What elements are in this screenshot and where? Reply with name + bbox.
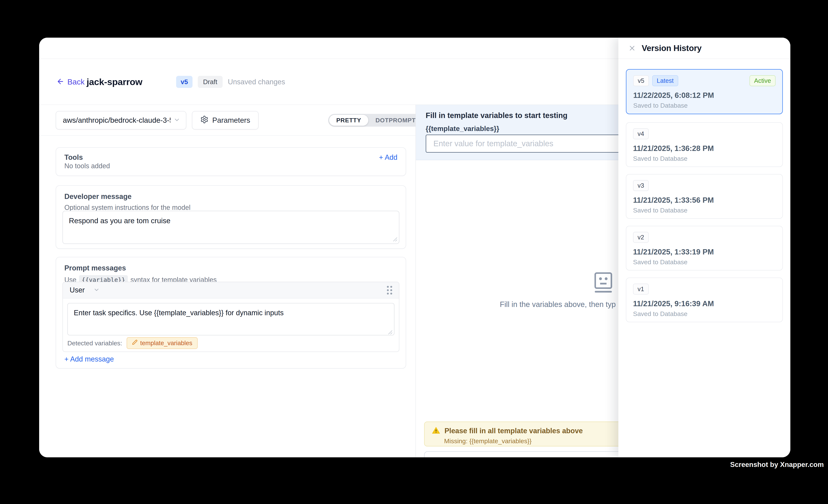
developer-message-title: Developer message [65, 193, 398, 201]
version-status: Saved to Database [633, 102, 776, 109]
version-number-badge: v2 [633, 232, 649, 243]
developer-message-card: Developer message Optional system instru… [56, 185, 406, 249]
editor-toolbar: aws/anthropic/bedrock-claude-3-5-s... Pa… [39, 105, 415, 136]
version-number-badge: v3 [633, 180, 649, 191]
editor-column: aws/anthropic/bedrock-claude-3-5-s... Pa… [39, 105, 415, 457]
tools-empty-text: No tools added [65, 162, 398, 170]
version-badge: v5 [176, 76, 193, 88]
version-number-badge: v5 [633, 75, 649, 86]
version-status: Saved to Database [633, 258, 776, 266]
back-button[interactable]: Back [56, 59, 84, 105]
version-timestamp: 11/22/2025, 6:08:12 PM [633, 91, 776, 99]
role-select-value: User [70, 286, 85, 294]
version-status: Saved to Database [633, 207, 776, 214]
header-badges: v5 Draft Unsaved changes [176, 59, 285, 105]
draft-badge: Draft [198, 76, 222, 88]
developer-message-subtitle: Optional system instructions for the mod… [65, 204, 398, 212]
version-timestamp: 11/21/2025, 9:16:39 AM [633, 299, 776, 308]
latest-badge: Latest [652, 75, 678, 86]
prompt-messages-card: Prompt messages Use {{variable}} syntax … [56, 257, 406, 369]
template-variable-name: {{template_variables}} [426, 125, 499, 133]
version-history-panel: Version History v5 Latest Active 11/22/2… [618, 38, 790, 457]
format-toggle: PRETTY DOTPROMPT [328, 114, 424, 127]
version-timestamp: 11/21/2025, 1:33:19 PM [633, 248, 776, 256]
version-history-header: Version History [618, 38, 790, 59]
drag-handle-icon[interactable] [387, 286, 392, 295]
tools-card: Tools + Add No tools added [56, 148, 406, 176]
back-label: Back [67, 78, 84, 86]
detected-variable-chip[interactable]: template_variables [127, 337, 198, 349]
version-status: Saved to Database [633, 310, 776, 318]
watermark-text: Screenshot by Xnapper.com [730, 461, 824, 469]
page-title: jack-sparrow [87, 59, 142, 105]
version-number-badge: v4 [633, 128, 649, 139]
message-header: User [63, 282, 399, 298]
version-timestamp: 11/21/2025, 1:33:56 PM [633, 196, 776, 204]
close-icon[interactable] [628, 44, 636, 52]
version-card-v5[interactable]: v5 Latest Active 11/22/2025, 6:08:12 PM … [626, 69, 783, 114]
add-tool-button[interactable]: + Add [379, 153, 398, 162]
version-card-v2[interactable]: v2 11/21/2025, 1:33:19 PM Saved to Datab… [626, 226, 783, 270]
detected-variables-row: Detected variables: template_variables [67, 337, 198, 349]
warning-triangle-icon [432, 426, 440, 435]
prompt-messages-title: Prompt messages [65, 264, 398, 272]
chevron-down-icon [93, 287, 100, 294]
bot-face-icon [594, 272, 613, 294]
back-arrow-icon [56, 78, 65, 86]
parameters-label: Parameters [212, 116, 250, 124]
model-select-value: aws/anthropic/bedrock-claude-3-5-s... [63, 116, 170, 124]
version-card-v1[interactable]: v1 11/21/2025, 9:16:39 AM Saved to Datab… [626, 278, 783, 322]
pencil-icon [132, 339, 137, 347]
version-status: Saved to Database [633, 155, 776, 162]
version-number-badge: v1 [633, 284, 649, 295]
detected-variables-label: Detected variables: [67, 339, 122, 347]
message-content-input[interactable]: Enter task specifics. Use {{template_var… [67, 303, 395, 335]
toggle-pretty[interactable]: PRETTY [329, 115, 368, 126]
toggle-dotprompt[interactable]: DOTPROMPT [368, 115, 423, 126]
version-history-title: Version History [642, 43, 702, 53]
template-variables-title: Fill in template variables to start test… [426, 111, 568, 120]
chevron-down-icon [173, 117, 180, 124]
warning-title: Please fill in all template variables ab… [445, 427, 583, 435]
gear-icon [200, 115, 208, 125]
active-badge: Active [749, 75, 776, 86]
app-window: Back jack-sparrow v5 Draft Unsaved chang… [39, 38, 790, 457]
developer-message-input[interactable]: Respond as you are tom cruise [63, 211, 399, 244]
add-message-button[interactable]: + Add message [65, 355, 114, 363]
version-timestamp: 11/21/2025, 1:36:28 PM [633, 144, 776, 153]
role-select[interactable]: User [70, 286, 100, 294]
model-select[interactable]: aws/anthropic/bedrock-claude-3-5-s... [56, 111, 186, 129]
unsaved-changes-label: Unsaved changes [228, 78, 285, 86]
version-card-v3[interactable]: v3 11/21/2025, 1:33:56 PM Saved to Datab… [626, 174, 783, 219]
parameters-button[interactable]: Parameters [192, 111, 258, 129]
message-block: User Enter task specifics. Use {{templat… [63, 282, 399, 352]
tools-title: Tools [65, 153, 83, 162]
empty-state-text: Fill in the variables above, then typ [500, 300, 616, 309]
screenshot-stage: Back jack-sparrow v5 Draft Unsaved chang… [0, 0, 828, 504]
version-card-v4[interactable]: v4 11/21/2025, 1:36:28 PM Saved to Datab… [626, 122, 783, 167]
